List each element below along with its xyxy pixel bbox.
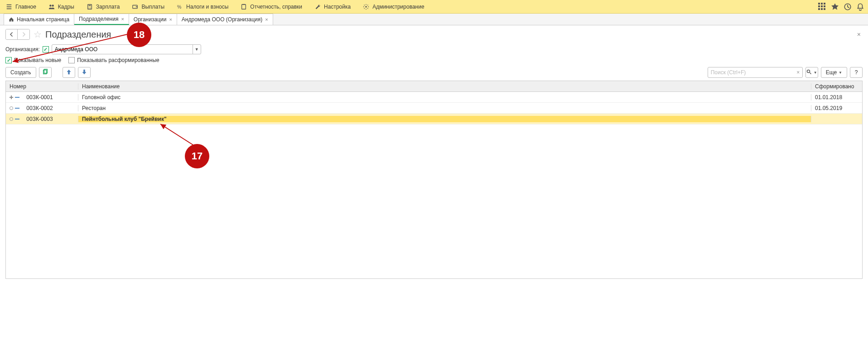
close-icon[interactable]: × (169, 17, 172, 22)
leaf-icon (10, 117, 13, 121)
tab-andromeda-ooo[interactable]: Андромеда ООО (Организация) × (177, 14, 273, 25)
item-icon (15, 97, 19, 98)
svg-point-6 (88, 8, 89, 8)
move-up-button[interactable] (63, 67, 75, 78)
table-row[interactable]: 00ЗК-0002 Ресторан 01.05.2019 (6, 103, 862, 114)
clipboard-icon (240, 3, 247, 10)
star-icon[interactable] (831, 3, 839, 11)
annotation-marker-18: 18 (127, 23, 151, 47)
search-input[interactable] (708, 69, 794, 76)
close-icon[interactable]: × (121, 16, 124, 22)
move-down-button[interactable] (78, 67, 91, 78)
help-button[interactable]: ? (850, 67, 863, 78)
top-menu-bar: Главное Кадры Зарплата Выплаты % Налоги … (0, 0, 868, 14)
menu-nastroika[interactable]: Настройка (312, 3, 352, 10)
tab-podrazdeleniya[interactable]: Подразделения × (74, 14, 129, 25)
menu-admin[interactable]: Администрирование (361, 3, 426, 10)
nav-forward-button[interactable] (18, 29, 29, 39)
tab-label: Начальная страница (17, 16, 69, 23)
org-select[interactable]: ▼ (52, 44, 201, 54)
arrow-up-icon (66, 69, 72, 77)
cell-date: 01.01.2018 (811, 94, 862, 101)
show-new-label: Показывать новые (14, 57, 61, 63)
tab-label: Организации (134, 16, 167, 23)
svg-point-4 (88, 7, 89, 7)
menu-label: Администрирование (372, 4, 424, 10)
bell-icon[interactable] (856, 3, 864, 11)
show-new-checkbox[interactable] (5, 57, 12, 63)
menu-zarplata[interactable]: Зарплата (84, 3, 122, 10)
show-disbanded-label: Показывать расформированные (77, 57, 159, 63)
menu-label: Настройка (324, 4, 351, 10)
chevron-down-icon: ▼ (814, 71, 817, 75)
chevron-down-icon: ▼ (839, 71, 842, 75)
menu-label: Отчетность, справки (250, 4, 302, 10)
tab-home[interactable]: Начальная страница (4, 14, 74, 25)
history-icon[interactable] (844, 3, 852, 11)
show-disbanded-checkbox[interactable] (68, 57, 75, 63)
cell-number: 00ЗК-0003 (26, 116, 53, 122)
content-area: ☆ Подразделения × Организация: ▼ Показыв… (0, 25, 868, 282)
cell-date: 01.05.2019 (811, 105, 862, 111)
copy-icon (42, 69, 48, 77)
svg-point-5 (90, 7, 91, 7)
annotation-marker-17: 17 (185, 144, 209, 168)
expand-icon[interactable] (10, 96, 13, 99)
dropdown-icon[interactable]: ▼ (193, 45, 201, 54)
more-button[interactable]: Еще ▼ (821, 67, 847, 78)
search-icon (806, 69, 812, 76)
col-header-number[interactable]: Номер (6, 83, 78, 90)
wallet-icon (131, 3, 139, 10)
menu-kadry[interactable]: Кадры (46, 3, 76, 10)
menu-label: Главное (15, 4, 36, 10)
cell-number: 00ЗК-0001 (26, 94, 53, 101)
svg-rect-12 (243, 4, 245, 5)
org-label: Организация: (5, 46, 40, 53)
search-clear-icon[interactable]: × (794, 69, 802, 76)
wrench-icon (314, 3, 321, 10)
svg-point-13 (365, 6, 367, 8)
close-page-icon[interactable]: × (857, 31, 863, 38)
menu-label: Налоги и взносы (186, 4, 228, 10)
svg-rect-3 (88, 5, 91, 6)
menu-label: Зарплата (96, 4, 120, 10)
svg-text:%: % (177, 4, 181, 9)
menu-label: Кадры (58, 4, 74, 10)
table-row[interactable]: 00ЗК-0003 Пейнтбольный клуб "Брейвик" (6, 114, 862, 124)
svg-rect-11 (242, 4, 246, 9)
tab-label: Подразделения (79, 16, 118, 22)
menu-nalogi[interactable]: % Налоги и взносы (174, 3, 230, 10)
search-box[interactable]: × (708, 67, 803, 78)
close-icon[interactable]: × (265, 17, 268, 22)
copy-button[interactable] (39, 67, 52, 78)
tab-bar: Начальная страница Подразделения × Орган… (0, 14, 868, 25)
menu-main[interactable]: Главное (4, 3, 38, 10)
org-filter-checkbox[interactable] (43, 46, 49, 53)
svg-rect-2 (87, 4, 92, 9)
svg-point-1 (52, 5, 53, 6)
favorite-star-icon[interactable]: ☆ (34, 29, 42, 40)
table-empty-area (6, 124, 862, 278)
apps-icon[interactable] (818, 3, 826, 11)
table-row[interactable]: 00ЗК-0001 Головной офис 01.01.2018 (6, 92, 862, 103)
menu-vyplaty[interactable]: Выплаты (130, 3, 166, 10)
hamburger-icon (5, 3, 13, 10)
table-header: Номер Наименование Сформировано (6, 81, 862, 92)
svg-point-17 (807, 70, 810, 72)
page-title: Подразделения (45, 29, 111, 40)
svg-rect-9 (136, 6, 138, 7)
menu-otchetnost[interactable]: Отчетность, справки (238, 3, 304, 10)
gear-icon (362, 3, 370, 10)
org-select-input[interactable] (52, 46, 193, 53)
create-button[interactable]: Создать (5, 67, 36, 78)
calculator-icon (86, 3, 93, 10)
col-header-date[interactable]: Сформировано (811, 83, 862, 90)
col-header-name[interactable]: Наименование (78, 83, 811, 90)
search-settings-button[interactable]: ▼ (805, 67, 818, 78)
tab-label: Андромеда ООО (Организация) (182, 16, 262, 23)
item-icon (15, 108, 19, 109)
nav-back-button[interactable] (6, 29, 18, 39)
item-icon (15, 119, 19, 120)
cell-number: 00ЗК-0002 (26, 105, 53, 111)
home-icon (9, 17, 14, 22)
